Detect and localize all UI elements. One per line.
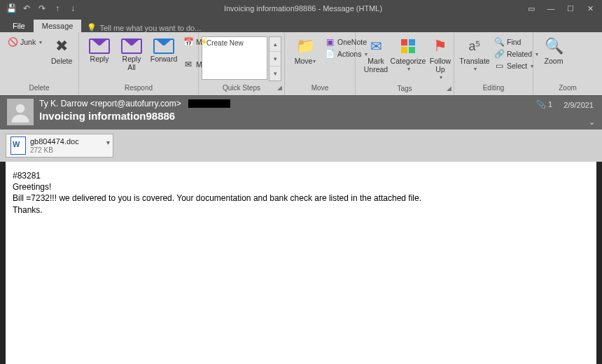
body-line: Greetings! [13,181,589,192]
junk-button[interactable]: 🚫 Junk▾ [6,36,44,48]
tab-message[interactable]: Message [34,20,82,32]
create-new-quickstep: Create New [206,39,244,47]
group-respond: Reply Reply All Forward 📅 Meeting [79,32,199,95]
sender-from: Ty K. Darrow <report@autofurry.com> [39,99,181,108]
tell-me-placeholder: Tell me what you want to do... [99,24,201,32]
group-label-tags: Tags◢ [356,85,454,95]
word-doc-icon [10,136,26,155]
mark-unread-icon: ✉ [366,36,386,56]
message-date: 2/9/2021 [564,101,594,109]
move-folder-icon: 📁 [295,36,315,56]
follow-up-button[interactable]: ⚑ Follow Up▾ [424,35,456,83]
delete-icon: ✖ [52,36,71,56]
outlook-message-window: 💾 ↶ ↷ ↑ ↓ Invoicing information98886 - M… [0,0,602,364]
body-line: Bill =7232!!! we delivered to you is cov… [13,192,589,204]
reply-button[interactable]: Reply [83,35,115,65]
quick-steps-gallery[interactable]: ⚡ Create New [202,36,267,80]
attachment-menu-button[interactable]: ▾ [106,139,110,146]
meeting-icon: 📅 [183,37,193,47]
categorize-button[interactable]: Categorize▾ [392,35,424,75]
attachment-filename: gb804474.doc [30,137,79,146]
related-icon: 🔗 [494,49,504,59]
ribbon-options-icon[interactable]: ▭ [522,1,540,15]
title-bar: 💾 ↶ ↷ ↑ ↓ Invoicing information98886 - M… [0,0,602,17]
svg-rect-0 [401,39,407,46]
message-body[interactable]: #83281 Greetings! Bill =7232!!! we deliv… [6,162,596,364]
group-label-editing: Editing [454,84,533,95]
find-icon: 🔍 [494,37,504,47]
translate-button[interactable]: a⁵ Translate▾ [458,35,491,75]
qs-more-icon[interactable]: ▾ [270,66,281,80]
svg-rect-1 [409,39,415,46]
tab-file[interactable]: File [4,20,34,32]
zoom-icon: 🔍 [544,36,564,56]
forward-button[interactable]: Forward [148,35,180,65]
attachment-count: 1 [548,100,552,108]
group-zoom: 🔍 Zoom Zoom [533,32,602,95]
select-icon: ▭ [494,61,504,71]
more-icon: ✉ [183,59,193,69]
ribbon: 🚫 Junk▾ ✖ Delete Delete Reply [0,32,602,96]
maximize-button[interactable]: ☐ [561,1,580,15]
sender-avatar [7,99,34,125]
attachment-size: 272 KB [30,146,79,154]
group-move: 📁 Move▾ ▣ OneNote 📄 Actions▾ Move [285,32,356,95]
paperclip-icon: 📎 [536,100,546,108]
svg-rect-3 [409,47,415,53]
message-header: Ty K. Darrow <report@autofurry.com> Invo… [0,96,602,130]
group-label-move: Move [285,84,355,95]
tell-me-search[interactable]: 💡 Tell me what you want to do... [81,23,206,32]
attachment-indicator: 📎 1 [536,100,552,109]
group-label-delete: Delete [0,84,78,95]
body-line: #83281 [13,170,589,181]
qs-up-icon[interactable]: ▴ [270,37,281,52]
flag-icon: ⚑ [430,36,450,56]
actions-icon: 📄 [325,49,335,59]
window-title: Invoicing information98886 - Message (HT… [84,4,522,13]
group-tags: ✉ Mark Unread Categorize▾ ⚑ Follow Up▾ T… [356,32,454,95]
reply-all-icon [121,38,142,54]
group-label-respond: Respond [79,84,198,95]
svg-rect-2 [401,47,407,53]
redo-icon[interactable]: ↷ [36,3,48,14]
body-line: Thanks. [13,204,589,216]
down-arrow-icon[interactable]: ↓ [67,3,78,14]
zoom-button[interactable]: 🔍 Zoom [538,35,570,67]
group-label-zoom: Zoom [533,84,602,95]
save-icon[interactable]: 💾 [6,3,17,14]
message-subject: Invoicing information98886 [39,110,595,122]
lightbulb-icon: 💡 [87,23,97,32]
delete-button[interactable]: ✖ Delete [46,35,78,67]
up-arrow-icon[interactable]: ↑ [52,3,63,14]
group-label-quicksteps: Quick Steps◢ [199,84,284,95]
translate-icon: a⁵ [465,36,484,56]
svg-point-4 [16,104,25,113]
qs-down-icon[interactable]: ▾ [270,52,281,66]
group-delete: 🚫 Junk▾ ✖ Delete Delete [0,32,79,95]
minimize-button[interactable]: — [542,1,560,15]
group-editing: a⁵ Translate▾ 🔍 Find 🔗 Related▾ ▭ Select… [454,32,533,95]
expand-header-button[interactable]: ⌄ [589,118,595,127]
reply-icon [89,38,110,54]
attachment-item[interactable]: gb804474.doc 272 KB ▾ [6,134,113,158]
undo-icon[interactable]: ↶ [21,3,32,14]
quick-steps-spinner[interactable]: ▴ ▾ ▾ [269,36,281,81]
group-quick-steps: ⚡ Create New ▴ ▾ ▾ Quick Steps◢ [199,32,285,95]
junk-icon: 🚫 [8,37,18,47]
close-button[interactable]: ✕ [581,1,599,15]
reply-all-button[interactable]: Reply All [115,35,148,73]
redacted-recipient [188,99,230,108]
forward-icon [153,38,174,54]
ribbon-tabs: File Message 💡 Tell me what you want to … [0,17,602,32]
move-button[interactable]: 📁 Move▾ [289,35,321,67]
categorize-icon [398,36,418,56]
mark-unread-button[interactable]: ✉ Mark Unread [360,35,392,75]
onenote-icon: ▣ [325,37,335,47]
attachment-bar: gb804474.doc 272 KB ▾ [0,130,602,162]
